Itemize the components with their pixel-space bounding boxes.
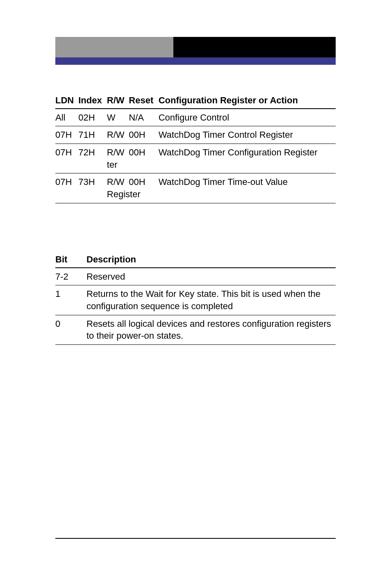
table-row: All 02H W N/A Configure Control (55, 109, 336, 126)
header-top (55, 37, 336, 57)
cell-ldn: 07H (55, 144, 78, 159)
header-right-block (173, 37, 336, 57)
cell-ldn: 07H (55, 126, 78, 144)
page-header-bar (55, 37, 336, 65)
col-rw: R/W (107, 93, 129, 109)
cell-index: 72H (78, 144, 107, 159)
cell-index: 71H (78, 126, 107, 144)
table-row: 1 Returns to the Wait for Key state. Thi… (55, 285, 336, 315)
cell-desc: WatchDog Timer Configuration Register (159, 144, 336, 159)
col-reset: Reset (129, 93, 158, 109)
col-bit: Bit (55, 253, 86, 268)
cell-reset: 00H (129, 144, 158, 159)
col-desc: Configuration Register or Action (159, 93, 336, 109)
cell-index: 73H (78, 173, 107, 188)
cell-desc: Configure Control (159, 109, 336, 126)
cell-desc: Returns to the Wait for Key state. This … (86, 285, 336, 315)
cell-bit: 7-2 (55, 268, 86, 285)
bit-description-table: Bit Description 7-2 Reserved 1 Returns t… (55, 253, 336, 345)
table-row-continuation: ter (55, 159, 336, 173)
cell-rw: W (107, 109, 129, 126)
cell-desc: Reserved (86, 268, 336, 285)
cell-rw: R/W (107, 144, 129, 159)
cell-desc: WatchDog Timer Control Register (159, 126, 336, 144)
cell-reset: N/A (129, 109, 158, 126)
cell-reset: 00H (129, 173, 158, 188)
bit-table-header-row: Bit Description (55, 253, 336, 268)
register-table: LDN Index R/W Reset Configuration Regist… (55, 93, 336, 203)
col-index: Index (78, 93, 107, 109)
cell-rw-wrap: Register (107, 188, 159, 203)
table-row: 7-2 Reserved (55, 268, 336, 285)
table-row: 07H 71H R/W 00H WatchDog Timer Control R… (55, 126, 336, 144)
table-row: 07H 73H R/W 00H WatchDog Timer Time-out … (55, 173, 336, 188)
table-row: 07H 72H R/W 00H WatchDog Timer Configura… (55, 144, 336, 159)
cell-rw: R/W (107, 173, 129, 188)
col-ldn: LDN (55, 93, 78, 109)
cell-ldn: All (55, 109, 78, 126)
footer-rule (55, 538, 336, 539)
table-row-continuation: Register (55, 188, 336, 203)
header-bottom-strip (55, 57, 336, 65)
header-left-block (55, 37, 173, 57)
cell-index: 02H (78, 109, 107, 126)
cell-desc: WatchDog Timer Time-out Value (159, 173, 336, 188)
cell-reset: 00H (129, 126, 158, 144)
register-table-header-row: LDN Index R/W Reset Configuration Regist… (55, 93, 336, 109)
cell-bit: 1 (55, 285, 86, 315)
spacer (55, 203, 336, 253)
col-desc: Description (86, 253, 336, 268)
cell-bit: 0 (55, 315, 86, 344)
table-row: 0 Resets all logical devices and restore… (55, 315, 336, 344)
page: LDN Index R/W Reset Configuration Regist… (0, 0, 391, 588)
cell-rw: R/W (107, 126, 129, 144)
cell-ldn: 07H (55, 173, 78, 188)
cell-desc: Resets all logical devices and restores … (86, 315, 336, 344)
cell-rw-wrap: ter (107, 159, 159, 173)
